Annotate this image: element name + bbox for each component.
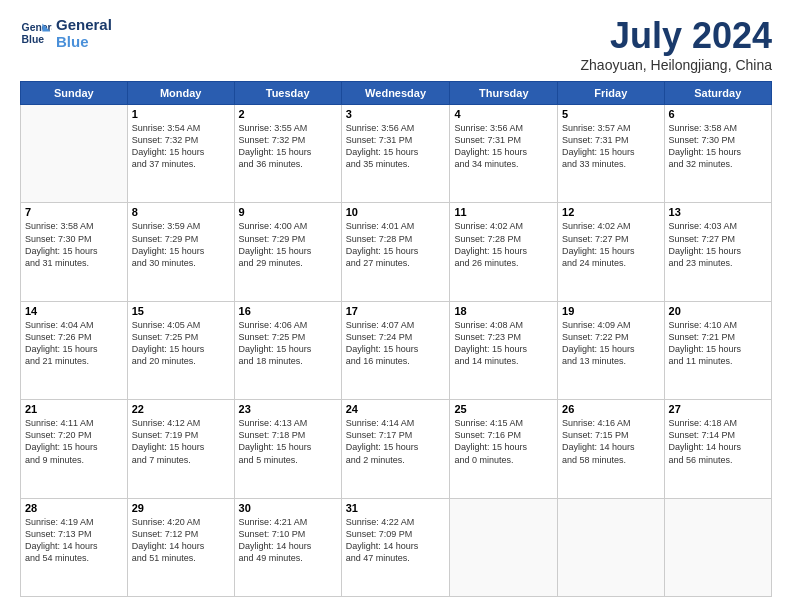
day-info: Sunrise: 4:05 AM Sunset: 7:25 PM Dayligh…	[132, 319, 230, 368]
logo-line2: Blue	[56, 34, 89, 51]
day-number: 4	[454, 108, 553, 120]
day-info: Sunrise: 4:11 AM Sunset: 7:20 PM Dayligh…	[25, 417, 123, 466]
day-number: 31	[346, 502, 446, 514]
day-number: 3	[346, 108, 446, 120]
col-wednesday: Wednesday	[341, 82, 450, 105]
table-row: 5Sunrise: 3:57 AM Sunset: 7:31 PM Daylig…	[558, 105, 664, 203]
table-row: 3Sunrise: 3:56 AM Sunset: 7:31 PM Daylig…	[341, 105, 450, 203]
table-row: 9Sunrise: 4:00 AM Sunset: 7:29 PM Daylig…	[234, 203, 341, 301]
day-number: 9	[239, 206, 337, 218]
day-info: Sunrise: 4:15 AM Sunset: 7:16 PM Dayligh…	[454, 417, 553, 466]
table-row: 6Sunrise: 3:58 AM Sunset: 7:30 PM Daylig…	[664, 105, 771, 203]
svg-text:General: General	[22, 22, 52, 33]
col-friday: Friday	[558, 82, 664, 105]
day-info: Sunrise: 4:18 AM Sunset: 7:14 PM Dayligh…	[669, 417, 767, 466]
day-number: 11	[454, 206, 553, 218]
table-row	[21, 105, 128, 203]
day-info: Sunrise: 4:16 AM Sunset: 7:15 PM Dayligh…	[562, 417, 659, 466]
table-row: 24Sunrise: 4:14 AM Sunset: 7:17 PM Dayli…	[341, 400, 450, 498]
logo-icon: General Blue	[20, 17, 52, 49]
day-info: Sunrise: 4:10 AM Sunset: 7:21 PM Dayligh…	[669, 319, 767, 368]
day-info: Sunrise: 3:58 AM Sunset: 7:30 PM Dayligh…	[25, 220, 123, 269]
day-number: 17	[346, 305, 446, 317]
calendar-week-2: 7Sunrise: 3:58 AM Sunset: 7:30 PM Daylig…	[21, 203, 772, 301]
day-info: Sunrise: 3:58 AM Sunset: 7:30 PM Dayligh…	[669, 122, 767, 171]
day-info: Sunrise: 3:55 AM Sunset: 7:32 PM Dayligh…	[239, 122, 337, 171]
table-row: 13Sunrise: 4:03 AM Sunset: 7:27 PM Dayli…	[664, 203, 771, 301]
day-number: 30	[239, 502, 337, 514]
table-row: 8Sunrise: 3:59 AM Sunset: 7:29 PM Daylig…	[127, 203, 234, 301]
table-row: 14Sunrise: 4:04 AM Sunset: 7:26 PM Dayli…	[21, 301, 128, 399]
page: General Blue General Blue July 2024 Zhao…	[0, 0, 792, 612]
day-info: Sunrise: 4:02 AM Sunset: 7:27 PM Dayligh…	[562, 220, 659, 269]
calendar-week-1: 1Sunrise: 3:54 AM Sunset: 7:32 PM Daylig…	[21, 105, 772, 203]
day-info: Sunrise: 3:54 AM Sunset: 7:32 PM Dayligh…	[132, 122, 230, 171]
table-row: 27Sunrise: 4:18 AM Sunset: 7:14 PM Dayli…	[664, 400, 771, 498]
header: General Blue General Blue July 2024 Zhao…	[20, 15, 772, 73]
table-row: 11Sunrise: 4:02 AM Sunset: 7:28 PM Dayli…	[450, 203, 558, 301]
month-title: July 2024	[581, 15, 772, 57]
table-row: 21Sunrise: 4:11 AM Sunset: 7:20 PM Dayli…	[21, 400, 128, 498]
day-info: Sunrise: 4:20 AM Sunset: 7:12 PM Dayligh…	[132, 516, 230, 565]
day-number: 7	[25, 206, 123, 218]
day-info: Sunrise: 4:08 AM Sunset: 7:23 PM Dayligh…	[454, 319, 553, 368]
day-info: Sunrise: 4:14 AM Sunset: 7:17 PM Dayligh…	[346, 417, 446, 466]
day-number: 18	[454, 305, 553, 317]
day-number: 22	[132, 403, 230, 415]
table-row: 17Sunrise: 4:07 AM Sunset: 7:24 PM Dayli…	[341, 301, 450, 399]
day-number: 23	[239, 403, 337, 415]
day-number: 25	[454, 403, 553, 415]
col-monday: Monday	[127, 82, 234, 105]
day-number: 14	[25, 305, 123, 317]
day-info: Sunrise: 4:13 AM Sunset: 7:18 PM Dayligh…	[239, 417, 337, 466]
table-row: 31Sunrise: 4:22 AM Sunset: 7:09 PM Dayli…	[341, 498, 450, 596]
day-info: Sunrise: 4:01 AM Sunset: 7:28 PM Dayligh…	[346, 220, 446, 269]
day-info: Sunrise: 4:19 AM Sunset: 7:13 PM Dayligh…	[25, 516, 123, 565]
day-info: Sunrise: 4:21 AM Sunset: 7:10 PM Dayligh…	[239, 516, 337, 565]
day-info: Sunrise: 3:56 AM Sunset: 7:31 PM Dayligh…	[454, 122, 553, 171]
table-row: 4Sunrise: 3:56 AM Sunset: 7:31 PM Daylig…	[450, 105, 558, 203]
logo-line1: General	[56, 17, 112, 34]
day-number: 20	[669, 305, 767, 317]
day-info: Sunrise: 4:22 AM Sunset: 7:09 PM Dayligh…	[346, 516, 446, 565]
location: Zhaoyuan, Heilongjiang, China	[581, 57, 772, 73]
day-number: 21	[25, 403, 123, 415]
title-block: July 2024 Zhaoyuan, Heilongjiang, China	[581, 15, 772, 73]
day-number: 29	[132, 502, 230, 514]
table-row: 2Sunrise: 3:55 AM Sunset: 7:32 PM Daylig…	[234, 105, 341, 203]
table-row: 19Sunrise: 4:09 AM Sunset: 7:22 PM Dayli…	[558, 301, 664, 399]
calendar-week-4: 21Sunrise: 4:11 AM Sunset: 7:20 PM Dayli…	[21, 400, 772, 498]
day-info: Sunrise: 3:59 AM Sunset: 7:29 PM Dayligh…	[132, 220, 230, 269]
table-row: 12Sunrise: 4:02 AM Sunset: 7:27 PM Dayli…	[558, 203, 664, 301]
table-row: 22Sunrise: 4:12 AM Sunset: 7:19 PM Dayli…	[127, 400, 234, 498]
table-row	[558, 498, 664, 596]
day-number: 2	[239, 108, 337, 120]
table-row: 10Sunrise: 4:01 AM Sunset: 7:28 PM Dayli…	[341, 203, 450, 301]
day-info: Sunrise: 4:06 AM Sunset: 7:25 PM Dayligh…	[239, 319, 337, 368]
table-row: 18Sunrise: 4:08 AM Sunset: 7:23 PM Dayli…	[450, 301, 558, 399]
table-row: 26Sunrise: 4:16 AM Sunset: 7:15 PM Dayli…	[558, 400, 664, 498]
header-row: Sunday Monday Tuesday Wednesday Thursday…	[21, 82, 772, 105]
day-info: Sunrise: 4:09 AM Sunset: 7:22 PM Dayligh…	[562, 319, 659, 368]
day-number: 1	[132, 108, 230, 120]
day-number: 6	[669, 108, 767, 120]
day-number: 12	[562, 206, 659, 218]
day-number: 28	[25, 502, 123, 514]
calendar-week-3: 14Sunrise: 4:04 AM Sunset: 7:26 PM Dayli…	[21, 301, 772, 399]
day-number: 13	[669, 206, 767, 218]
day-number: 27	[669, 403, 767, 415]
day-info: Sunrise: 4:02 AM Sunset: 7:28 PM Dayligh…	[454, 220, 553, 269]
day-number: 19	[562, 305, 659, 317]
day-number: 24	[346, 403, 446, 415]
logo: General Blue General Blue	[20, 15, 112, 50]
svg-text:Blue: Blue	[22, 33, 45, 44]
calendar-week-5: 28Sunrise: 4:19 AM Sunset: 7:13 PM Dayli…	[21, 498, 772, 596]
col-tuesday: Tuesday	[234, 82, 341, 105]
table-row: 16Sunrise: 4:06 AM Sunset: 7:25 PM Dayli…	[234, 301, 341, 399]
day-number: 16	[239, 305, 337, 317]
day-info: Sunrise: 4:00 AM Sunset: 7:29 PM Dayligh…	[239, 220, 337, 269]
day-number: 15	[132, 305, 230, 317]
table-row	[450, 498, 558, 596]
table-row: 29Sunrise: 4:20 AM Sunset: 7:12 PM Dayli…	[127, 498, 234, 596]
day-info: Sunrise: 4:07 AM Sunset: 7:24 PM Dayligh…	[346, 319, 446, 368]
